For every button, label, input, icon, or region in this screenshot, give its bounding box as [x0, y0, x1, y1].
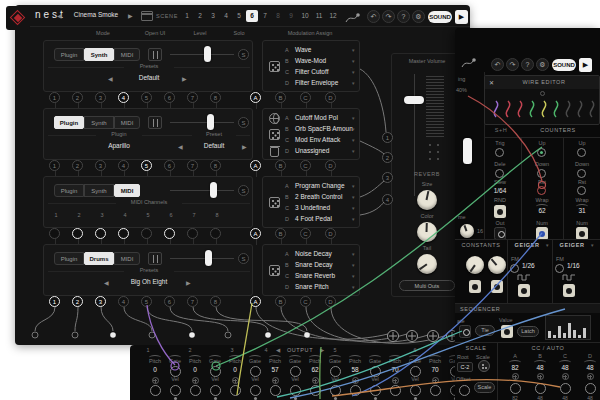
chevron-down-icon[interactable]: ▼ [351, 285, 355, 290]
socket-1[interactable]: 1 [49, 160, 60, 171]
mode-plugin-button[interactable]: Plugin [54, 184, 84, 197]
solo-button[interactable]: S [238, 253, 249, 264]
assign-d[interactable]: Unassigned [295, 147, 329, 154]
mode-plugin-button[interactable]: Plugin [54, 48, 84, 61]
down-port[interactable] [577, 169, 586, 178]
pitch-stepper[interactable] [192, 377, 199, 384]
slot-d-jack[interactable]: D [325, 92, 336, 103]
cc-stepper[interactable] [537, 373, 544, 380]
assign-c[interactable]: Snare Reverb [295, 272, 335, 279]
mode-drums-button[interactable]: Drums [84, 252, 114, 265]
chevron-down-icon[interactable]: ▼ [351, 116, 355, 121]
socket-2[interactable]: 2 [72, 92, 83, 103]
chevron-down-icon[interactable]: ▼ [351, 48, 355, 53]
cc-stepper[interactable] [512, 373, 519, 380]
wire-swatch[interactable] [566, 101, 569, 117]
preset-next[interactable]: ▶ [186, 279, 191, 286]
cc-value-c[interactable]: 48 [557, 364, 573, 371]
fm-knob[interactable] [555, 264, 564, 273]
dice-icon[interactable] [269, 61, 280, 72]
wrap-value[interactable]: 31 [570, 207, 594, 214]
pitch-value[interactable]: 70 [425, 366, 445, 373]
pitch-jack[interactable] [350, 385, 361, 396]
level-slider[interactable] [210, 182, 217, 198]
wire-swatch[interactable] [506, 101, 509, 117]
slot-a-jack[interactable]: A [250, 228, 261, 239]
undo-button[interactable]: ↶ [491, 58, 504, 71]
preset-value[interactable]: Default [188, 142, 240, 149]
socket-7[interactable]: 7 [187, 160, 198, 171]
scene-4[interactable]: 4 [220, 10, 232, 22]
open-ui-icon[interactable] [148, 252, 162, 265]
pitch-jack[interactable] [310, 385, 321, 396]
channel-7-jack[interactable] [187, 228, 198, 239]
scene-11[interactable]: 11 [313, 10, 325, 22]
chevron-down-icon[interactable]: ▼ [351, 195, 355, 200]
constant-knob-2[interactable] [488, 256, 506, 274]
master-out-4[interactable]: 4 [382, 194, 393, 205]
channel-4-jack-active[interactable] [118, 228, 129, 239]
sound-tab[interactable]: SOUND [428, 11, 452, 23]
wrap-value[interactable]: 62 [530, 207, 554, 214]
assign-b[interactable]: Orb SpacFB Amoun [295, 125, 353, 132]
vel-jack[interactable] [170, 385, 181, 396]
mode-synth-button[interactable]: Synth [84, 48, 114, 61]
slot-b-jack[interactable]: B [275, 228, 286, 239]
slot-b-jack[interactable]: B [275, 160, 286, 171]
cc-jack-b[interactable] [535, 383, 546, 394]
slot-c-jack[interactable]: C [300, 92, 311, 103]
next-preset-button[interactable]: ▶ [128, 12, 133, 19]
wire-swatch[interactable] [542, 101, 545, 117]
cc-jack-d[interactable] [585, 383, 596, 394]
dice-icon[interactable] [269, 129, 280, 140]
geiger-dropdown[interactable]: GEIGER [556, 242, 588, 248]
cc-value-b[interactable]: 48 [532, 364, 548, 371]
channel-3-jack-active[interactable] [95, 228, 106, 239]
wire-swatch[interactable] [590, 101, 593, 117]
vel-jack[interactable] [250, 385, 261, 396]
globe-icon[interactable] [269, 113, 280, 124]
pitch-jack[interactable] [270, 385, 281, 396]
settings-gear-button[interactable]: ⚙ [412, 10, 425, 23]
geiger-rate[interactable]: 1/26 [522, 262, 535, 269]
mode-midi-button[interactable]: MIDI [114, 252, 140, 265]
scene-7[interactable]: 7 [259, 10, 271, 22]
socket-2[interactable]: 2 [72, 160, 83, 171]
scene-9[interactable]: 9 [285, 10, 297, 22]
dice-icon[interactable] [269, 197, 280, 208]
socket-1[interactable]: 1 [49, 92, 60, 103]
assign-c[interactable]: 3 Undefined [295, 204, 330, 211]
master-out-2[interactable]: 2 [382, 152, 393, 163]
step-display[interactable] [545, 315, 591, 340]
assign-a[interactable]: Noise Decay [295, 250, 332, 257]
cc-stepper[interactable] [587, 373, 594, 380]
level-slider[interactable] [205, 250, 212, 266]
constant-knob-1[interactable] [466, 256, 484, 274]
sound-tab[interactable]: SOUND [552, 59, 576, 71]
slot-c-jack[interactable]: C [300, 160, 311, 171]
mode-plugin-button[interactable]: Plugin [54, 252, 84, 265]
offset-port[interactable] [459, 385, 470, 396]
scene-8[interactable]: 8 [272, 10, 284, 22]
open-ui-icon[interactable] [148, 116, 162, 129]
socket-8[interactable]: 8 [210, 92, 221, 103]
rate-jack[interactable] [459, 325, 471, 338]
dele-port[interactable] [495, 169, 504, 178]
cc-jack-c[interactable] [560, 383, 571, 394]
pitch-jack[interactable] [190, 385, 201, 396]
pitch-value[interactable]: 0 [225, 366, 245, 373]
mode-synth-button[interactable]: Synth [84, 184, 114, 197]
open-ui-icon[interactable] [148, 48, 162, 61]
assign-b[interactable]: 2 Breath Control [295, 193, 342, 200]
value-jack[interactable] [501, 325, 513, 338]
pitch-jack[interactable] [150, 385, 161, 396]
help-button[interactable]: ? [521, 58, 534, 71]
socket-5[interactable]: 5 [141, 296, 152, 307]
chevron-down-icon[interactable]: ▼ [351, 184, 355, 189]
constant-jack-1[interactable] [469, 280, 481, 293]
assign-b[interactable]: Wave-Mod [295, 57, 326, 64]
socket-3-active[interactable]: 3 [95, 296, 106, 307]
settings-gear-button[interactable]: ⚙ [536, 58, 549, 71]
chevron-down-icon[interactable]: ▼ [351, 138, 355, 143]
slot-b-jack[interactable]: B [275, 92, 286, 103]
